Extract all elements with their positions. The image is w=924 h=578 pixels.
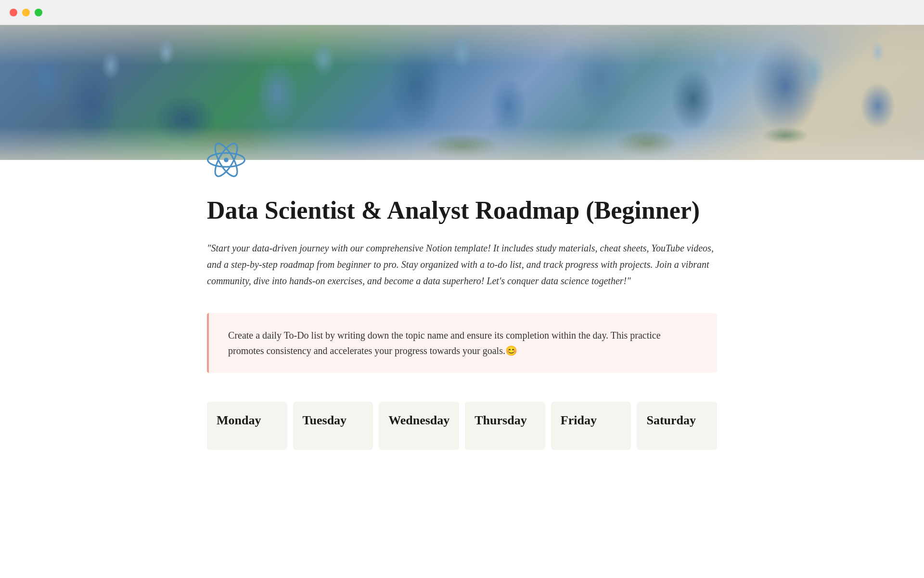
day-tuesday[interactable]: Tuesday: [293, 402, 373, 450]
window-chrome: [0, 0, 924, 25]
day-label-thursday: Thursday: [475, 413, 526, 427]
page-icon: [207, 141, 717, 181]
minimize-button[interactable]: [22, 9, 30, 16]
day-label-wednesday: Wednesday: [388, 413, 449, 427]
callout-block: Create a daily To-Do list by writing dow…: [207, 313, 717, 373]
page-title: Data Scientist & Analyst Roadmap (Beginn…: [207, 196, 717, 225]
day-friday[interactable]: Friday: [551, 402, 631, 450]
day-thursday[interactable]: Thursday: [465, 402, 545, 450]
day-label-monday: Monday: [217, 413, 261, 427]
callout-text: Create a daily To-Do list by writing dow…: [228, 328, 698, 358]
day-label-friday: Friday: [561, 413, 597, 427]
page-description: "Start your data-driven journey with our…: [207, 240, 717, 289]
day-saturday[interactable]: Saturday: [637, 402, 717, 450]
day-monday[interactable]: Monday: [207, 402, 287, 450]
day-label-tuesday: Tuesday: [303, 413, 347, 427]
react-logo-icon: [207, 141, 245, 179]
svg-point-3: [224, 158, 229, 162]
day-label-saturday: Saturday: [646, 413, 696, 427]
maximize-button[interactable]: [35, 9, 42, 16]
close-button[interactable]: [10, 9, 17, 16]
day-wednesday[interactable]: Wednesday: [379, 402, 459, 450]
weekly-grid: Monday Tuesday Wednesday Thursday Friday…: [207, 402, 717, 450]
hero-banner: [0, 25, 924, 160]
